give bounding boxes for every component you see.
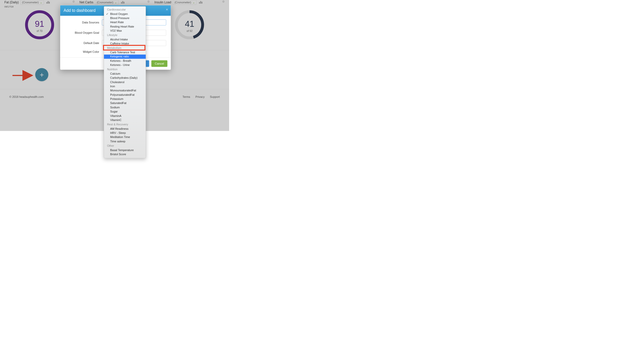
dropdown-item[interactable]: Alcohol Intake [104, 37, 146, 41]
dropdown-item[interactable]: Ketones - Urine [104, 63, 146, 67]
dropdown-item[interactable]: SaturatedFat [104, 101, 146, 105]
dropdown-item[interactable]: Potassium [104, 97, 146, 101]
dashboard-page: Fat (Daily) (Cronometer) ⌄ ⚙ 09/17/18 91… [0, 0, 229, 131]
dropdown-item[interactable]: Bristol Score [104, 152, 146, 157]
dropdown-item[interactable]: MonounsaturatedFat [104, 89, 146, 93]
dropdown-item[interactable]: Sugar [104, 110, 146, 114]
label-data-sources: Data Sources [65, 21, 99, 24]
modal-title: Add to dashboard [64, 8, 96, 13]
label-default-date: Default Date [65, 41, 99, 45]
dropdown-item[interactable]: Cholesterol [104, 80, 146, 84]
dropdown-group: Cardiovascular [104, 7, 146, 12]
dropdown-item[interactable]: VitaminA [104, 114, 146, 118]
dropdown-item[interactable]: Ketones - Breath [104, 59, 146, 63]
dropdown-item[interactable]: Carb Tolerance Test [104, 50, 146, 55]
label-goal: Blood Oxygen Goal [65, 31, 99, 34]
data-sources-dropdown[interactable]: CardiovascularBlood OxygenBlood Pressure… [104, 6, 146, 158]
dropdown-item[interactable]: Resting Heart Rate [104, 24, 146, 29]
dropdown-group: Other [104, 144, 146, 148]
dropdown-item[interactable]: Heart Rate [104, 20, 146, 24]
dropdown-item[interactable]: Blood Pressure [104, 16, 146, 20]
dropdown-item[interactable]: Iron [104, 84, 146, 89]
dropdown-item[interactable]: Meditation Time [104, 135, 146, 139]
dropdown-group: Nutrition [104, 67, 146, 72]
dropdown-item[interactable]: Ketogenic ratio [104, 55, 146, 59]
dropdown-group: Lifestyle [104, 33, 146, 38]
dropdown-item[interactable]: Basal Temperature [104, 148, 146, 152]
label-widget-color: Widget Color [65, 50, 99, 54]
dropdown-item[interactable]: Carbohydrates (Daily) [104, 76, 146, 80]
cancel-button[interactable]: Cancel [151, 60, 167, 67]
dropdown-item[interactable]: PolyunsaturatedFat [104, 93, 146, 97]
dropdown-item[interactable]: VitaminC [104, 118, 146, 122]
dropdown-item[interactable]: Sodium [104, 105, 146, 109]
dropdown-item[interactable]: Caffeine Intake [104, 42, 146, 46]
dropdown-item[interactable]: Calcium [104, 72, 146, 76]
dropdown-item[interactable]: Time asleep [104, 139, 146, 143]
close-icon[interactable]: × [166, 7, 168, 12]
dropdown-group: Rest & Recovery [104, 122, 146, 127]
dropdown-item[interactable]: HRV - Sleep [104, 131, 146, 135]
dropdown-item[interactable]: AM Readiness [104, 127, 146, 131]
dropdown-item[interactable]: VO2 Max [104, 29, 146, 33]
dropdown-item[interactable]: Blood Oxygen [104, 12, 146, 16]
dropdown-group: Metabolism [104, 46, 146, 50]
